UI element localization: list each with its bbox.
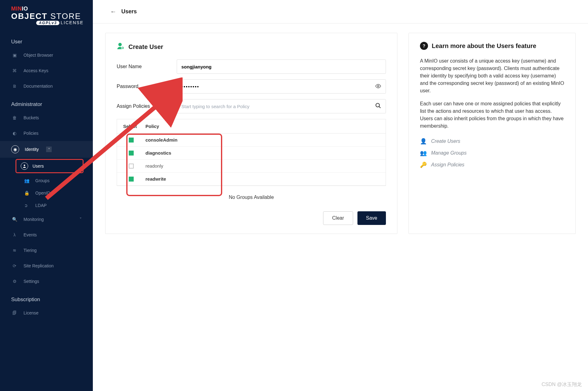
password-input[interactable] (181, 84, 373, 89)
logo-min: MIN (11, 6, 22, 12)
form-title: Create User (128, 43, 163, 51)
help-list-label: Create Users (431, 138, 460, 144)
username-input-wrap (177, 59, 386, 74)
help-list-item: 👤Create Users (420, 135, 564, 147)
policy-name: readonly (145, 163, 163, 169)
sidebar-item-access-keys[interactable]: ⌘ Access Keys (0, 63, 93, 78)
sidebar-item-label: Access Keys (24, 68, 48, 73)
logo: MINIO OBJECT STORE AGPLv3LICENSE (0, 0, 93, 31)
policy-name: readwrite (145, 176, 166, 182)
sidebar-item-users[interactable]: Users (15, 159, 84, 173)
help-paragraph-2: Each user can have one or more assigned … (420, 100, 564, 130)
sidebar-item-policies[interactable]: ◐ Policies (0, 125, 93, 141)
key-icon: ⌘ (11, 67, 18, 74)
svg-point-0 (24, 165, 25, 166)
sidebar-item-label: Buckets (24, 115, 39, 120)
lambda-icon: λ (11, 231, 18, 238)
sidebar-item-label: License (24, 310, 38, 315)
policy-search-input[interactable] (181, 104, 373, 109)
sidebar-item-monitoring[interactable]: 🔍 Monitoring ˅ (0, 212, 93, 227)
col-policy: Policy (145, 124, 159, 129)
user-icon (21, 162, 28, 170)
sidebar-item-openid[interactable]: 🔒 OpenID (0, 187, 93, 199)
group-icon: 👥 (24, 178, 30, 183)
svg-point-4 (376, 103, 380, 107)
help-list: 👤Create Users👥Manage Groups🔑Assign Polic… (420, 135, 564, 171)
search-icon[interactable] (375, 103, 381, 110)
policy-row[interactable]: consoleAdmin (117, 134, 386, 147)
sidebar-item-label: OpenID (35, 191, 50, 196)
sidebar-item-ldap[interactable]: ➲ LDAP (0, 199, 93, 212)
back-arrow-icon[interactable]: ← (110, 8, 116, 15)
license-badge: AGPLv3 (36, 21, 59, 25)
sidebar-item-buckets[interactable]: 🗑 Buckets (0, 110, 93, 125)
help-card: ? Learn more about the Users feature A M… (409, 33, 576, 234)
sidebar-item-label: LDAP (35, 203, 47, 208)
sidebar-item-license[interactable]: 🗐 License (0, 305, 93, 321)
section-user: User (0, 31, 93, 47)
bucket-icon: 🗑 (11, 114, 18, 121)
no-groups-message: No Groups Available (117, 186, 386, 209)
policy-checkbox[interactable] (129, 177, 134, 182)
help-title: Learn more about the Users feature (432, 42, 536, 50)
policy-table-body[interactable]: consoleAdmindiagnosticsreadonlyreadwrite (117, 134, 386, 186)
svg-point-3 (378, 85, 379, 87)
username-input[interactable] (181, 64, 381, 69)
col-select: Select (123, 124, 145, 129)
help-list-label: Manage Groups (431, 150, 467, 156)
svg-point-1 (118, 43, 122, 46)
logo-io: IO (22, 6, 28, 12)
policy-row[interactable]: readwrite (117, 173, 386, 186)
logo-object: OBJECT (11, 11, 47, 21)
license-text: LICENSE (61, 20, 84, 25)
sidebar-item-settings[interactable]: ⚙ Settings (0, 274, 93, 289)
sidebar-item-site-replication[interactable]: ⟳ Site Replication (0, 258, 93, 274)
password-label: Password (117, 84, 169, 89)
sidebar-item-object-browser[interactable]: ▣ Object Browser (0, 47, 93, 63)
gear-icon: ⚙ (11, 278, 18, 285)
eye-icon[interactable] (375, 83, 381, 90)
lock-icon: 🔒 (24, 191, 30, 196)
sidebar-item-label: Site Replication (24, 263, 54, 268)
doc-icon: 🗎 (11, 83, 18, 90)
help-list-label: Assign Policies (431, 162, 465, 168)
sidebar-item-label: Settings (24, 279, 39, 284)
sidebar-item-documentation[interactable]: 🗎 Documentation (0, 78, 93, 94)
policy-checkbox[interactable] (129, 164, 134, 169)
policy-name: consoleAdmin (145, 137, 177, 143)
username-label: User Name (117, 64, 169, 69)
policy-checkbox[interactable] (129, 138, 134, 143)
chevron-up-icon: ˄ (46, 147, 52, 152)
policy-checkbox[interactable] (129, 151, 134, 156)
sidebar-item-events[interactable]: λ Events (0, 227, 93, 243)
sidebar-item-tiering[interactable]: ≋ Tiering (0, 243, 93, 258)
cube-icon: ▣ (11, 52, 18, 59)
create-user-card: Create User User Name Password Assign (105, 33, 397, 234)
page-title: Users (121, 8, 137, 15)
sidebar-item-groups[interactable]: 👥 Groups (0, 174, 93, 187)
sidebar-item-identity[interactable]: ◉ Identity ˄ (0, 141, 93, 158)
clear-button[interactable]: Clear (323, 211, 353, 225)
magnify-icon: 🔍 (11, 216, 18, 223)
watermark: CSDN @冰玉翔龙 (542, 381, 582, 388)
sidebar-item-label: Tiering (24, 248, 37, 253)
password-input-wrap (177, 79, 386, 94)
sync-icon: ⟳ (11, 262, 18, 269)
identity-icon: ◉ (11, 145, 19, 153)
group-icon: 👥 (420, 150, 427, 156)
help-list-item: 👥Manage Groups (420, 147, 564, 159)
sidebar-item-label: Object Browser (24, 53, 53, 58)
sidebar-item-label: Groups (35, 178, 50, 183)
sidebar-item-label: Monitoring (24, 217, 44, 222)
section-administrator: Administrator (0, 94, 93, 110)
policy-row[interactable]: diagnostics (117, 147, 386, 160)
help-list-item: 🔑Assign Policies (420, 159, 564, 171)
question-icon: ? (420, 42, 428, 50)
main-content: ← Users Create User User Name Password (93, 0, 588, 391)
policy-row[interactable]: readonly (117, 160, 386, 173)
layers-icon: ≋ (11, 247, 18, 254)
chevron-down-icon: ˅ (80, 217, 82, 222)
sidebar-item-label: Documentation (24, 84, 53, 89)
save-button[interactable]: Save (357, 211, 386, 225)
shield-icon: ◐ (11, 130, 18, 137)
